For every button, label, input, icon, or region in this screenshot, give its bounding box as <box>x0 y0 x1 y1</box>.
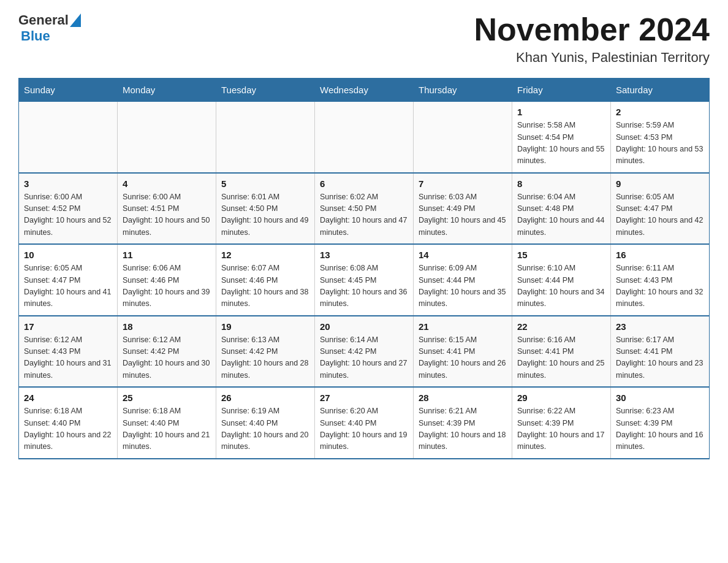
logo-blue: Blue <box>21 28 50 44</box>
logo: General Blue <box>18 12 81 44</box>
day-number: 18 <box>123 321 211 332</box>
calendar-cell: 7Sunrise: 6:03 AM Sunset: 4:49 PM Daylig… <box>414 173 512 245</box>
day-info: Sunrise: 5:59 AM Sunset: 4:53 PM Dayligh… <box>616 120 704 167</box>
day-number: 20 <box>320 321 408 332</box>
calendar-cell: 20Sunrise: 6:14 AM Sunset: 4:42 PM Dayli… <box>315 316 414 388</box>
logo-general: General <box>18 12 69 28</box>
calendar-header-monday: Monday <box>118 79 216 102</box>
calendar-cell: 25Sunrise: 6:18 AM Sunset: 4:40 PM Dayli… <box>118 387 216 459</box>
day-info: Sunrise: 6:01 AM Sunset: 4:50 PM Dayligh… <box>221 191 309 239</box>
calendar-cell: 26Sunrise: 6:19 AM Sunset: 4:40 PM Dayli… <box>216 387 315 459</box>
calendar-cell: 28Sunrise: 6:21 AM Sunset: 4:39 PM Dayli… <box>414 387 512 459</box>
day-info: Sunrise: 6:03 AM Sunset: 4:49 PM Dayligh… <box>419 191 507 239</box>
day-info: Sunrise: 6:21 AM Sunset: 4:39 PM Dayligh… <box>419 405 507 453</box>
calendar-cell: 13Sunrise: 6:08 AM Sunset: 4:45 PM Dayli… <box>315 244 414 316</box>
day-info: Sunrise: 6:14 AM Sunset: 4:42 PM Dayligh… <box>320 334 408 382</box>
calendar-cell: 8Sunrise: 6:04 AM Sunset: 4:48 PM Daylig… <box>512 173 611 245</box>
day-number: 6 <box>320 178 408 189</box>
calendar-cell: 1Sunrise: 5:58 AM Sunset: 4:54 PM Daylig… <box>512 102 611 173</box>
day-info: Sunrise: 6:20 AM Sunset: 4:40 PM Dayligh… <box>320 405 408 453</box>
day-number: 19 <box>221 321 309 332</box>
day-number: 13 <box>320 250 408 260</box>
day-number: 9 <box>616 178 704 189</box>
day-number: 16 <box>616 250 704 260</box>
calendar-cell: 12Sunrise: 6:07 AM Sunset: 4:46 PM Dayli… <box>216 244 315 316</box>
calendar-cell: 24Sunrise: 6:18 AM Sunset: 4:40 PM Dayli… <box>19 387 118 459</box>
calendar-cell <box>118 102 216 173</box>
day-number: 17 <box>24 321 112 332</box>
day-info: Sunrise: 6:13 AM Sunset: 4:42 PM Dayligh… <box>221 334 309 382</box>
calendar-cell: 3Sunrise: 6:00 AM Sunset: 4:52 PM Daylig… <box>19 173 118 245</box>
calendar-header-row: SundayMondayTuesdayWednesdayThursdayFrid… <box>19 79 710 102</box>
calendar-cell <box>216 102 315 173</box>
calendar-cell <box>414 102 512 173</box>
calendar-cell: 11Sunrise: 6:06 AM Sunset: 4:46 PM Dayli… <box>118 244 216 316</box>
day-number: 23 <box>616 321 704 332</box>
day-number: 30 <box>616 393 704 403</box>
day-info: Sunrise: 6:22 AM Sunset: 4:39 PM Dayligh… <box>517 405 605 453</box>
calendar-header-friday: Friday <box>512 79 611 102</box>
day-info: Sunrise: 6:02 AM Sunset: 4:50 PM Dayligh… <box>320 191 408 239</box>
day-number: 25 <box>123 393 211 403</box>
day-number: 12 <box>221 250 309 260</box>
calendar-cell: 2Sunrise: 5:59 AM Sunset: 4:53 PM Daylig… <box>611 102 710 173</box>
day-info: Sunrise: 6:04 AM Sunset: 4:48 PM Dayligh… <box>517 191 605 239</box>
day-info: Sunrise: 6:11 AM Sunset: 4:43 PM Dayligh… <box>616 262 704 310</box>
day-number: 11 <box>123 250 211 260</box>
day-number: 7 <box>419 178 507 189</box>
calendar-week-row: 24Sunrise: 6:18 AM Sunset: 4:40 PM Dayli… <box>19 387 710 459</box>
day-number: 26 <box>221 393 309 403</box>
calendar-cell: 18Sunrise: 6:12 AM Sunset: 4:42 PM Dayli… <box>118 316 216 388</box>
calendar-week-row: 3Sunrise: 6:00 AM Sunset: 4:52 PM Daylig… <box>19 173 710 245</box>
day-number: 3 <box>24 178 112 189</box>
day-info: Sunrise: 6:18 AM Sunset: 4:40 PM Dayligh… <box>24 405 112 453</box>
day-number: 22 <box>517 321 605 332</box>
day-number: 14 <box>419 250 507 260</box>
calendar-cell: 27Sunrise: 6:20 AM Sunset: 4:40 PM Dayli… <box>315 387 414 459</box>
day-number: 4 <box>123 178 211 189</box>
day-number: 24 <box>24 393 112 403</box>
header: General Blue November 2024 Khan Yunis, P… <box>18 12 710 66</box>
day-number: 8 <box>517 178 605 189</box>
day-info: Sunrise: 6:07 AM Sunset: 4:46 PM Dayligh… <box>221 262 309 310</box>
day-info: Sunrise: 6:12 AM Sunset: 4:42 PM Dayligh… <box>123 334 211 382</box>
day-number: 10 <box>24 250 112 260</box>
day-info: Sunrise: 6:06 AM Sunset: 4:46 PM Dayligh… <box>123 262 211 310</box>
day-info: Sunrise: 6:16 AM Sunset: 4:41 PM Dayligh… <box>517 334 605 382</box>
day-info: Sunrise: 6:15 AM Sunset: 4:41 PM Dayligh… <box>419 334 507 382</box>
day-number: 2 <box>616 107 704 117</box>
day-number: 27 <box>320 393 408 403</box>
calendar-cell: 30Sunrise: 6:23 AM Sunset: 4:39 PM Dayli… <box>611 387 710 459</box>
calendar-cell: 21Sunrise: 6:15 AM Sunset: 4:41 PM Dayli… <box>414 316 512 388</box>
day-number: 21 <box>419 321 507 332</box>
day-info: Sunrise: 6:05 AM Sunset: 4:47 PM Dayligh… <box>616 191 704 239</box>
day-info: Sunrise: 6:08 AM Sunset: 4:45 PM Dayligh… <box>320 262 408 310</box>
calendar-header-wednesday: Wednesday <box>315 79 414 102</box>
calendar-week-row: 10Sunrise: 6:05 AM Sunset: 4:47 PM Dayli… <box>19 244 710 316</box>
logo-triangle-icon <box>70 13 81 27</box>
calendar-cell: 17Sunrise: 6:12 AM Sunset: 4:43 PM Dayli… <box>19 316 118 388</box>
day-number: 28 <box>419 393 507 403</box>
svg-marker-0 <box>70 13 81 27</box>
calendar-cell: 5Sunrise: 6:01 AM Sunset: 4:50 PM Daylig… <box>216 173 315 245</box>
calendar-cell: 19Sunrise: 6:13 AM Sunset: 4:42 PM Dayli… <box>216 316 315 388</box>
day-info: Sunrise: 6:23 AM Sunset: 4:39 PM Dayligh… <box>616 405 704 453</box>
calendar-header-saturday: Saturday <box>611 79 710 102</box>
day-info: Sunrise: 6:18 AM Sunset: 4:40 PM Dayligh… <box>123 405 211 453</box>
day-info: Sunrise: 6:12 AM Sunset: 4:43 PM Dayligh… <box>24 334 112 382</box>
day-info: Sunrise: 6:17 AM Sunset: 4:41 PM Dayligh… <box>616 334 704 382</box>
day-info: Sunrise: 6:05 AM Sunset: 4:47 PM Dayligh… <box>24 262 112 310</box>
calendar-cell: 9Sunrise: 6:05 AM Sunset: 4:47 PM Daylig… <box>611 173 710 245</box>
page-title: November 2024 <box>474 12 710 47</box>
calendar-header-thursday: Thursday <box>414 79 512 102</box>
calendar-cell: 15Sunrise: 6:10 AM Sunset: 4:44 PM Dayli… <box>512 244 611 316</box>
day-number: 29 <box>517 393 605 403</box>
day-info: Sunrise: 6:00 AM Sunset: 4:51 PM Dayligh… <box>123 191 211 239</box>
calendar-table: SundayMondayTuesdayWednesdayThursdayFrid… <box>18 78 710 459</box>
calendar-week-row: 1Sunrise: 5:58 AM Sunset: 4:54 PM Daylig… <box>19 102 710 173</box>
calendar-cell: 6Sunrise: 6:02 AM Sunset: 4:50 PM Daylig… <box>315 173 414 245</box>
calendar-cell: 29Sunrise: 6:22 AM Sunset: 4:39 PM Dayli… <box>512 387 611 459</box>
day-info: Sunrise: 6:10 AM Sunset: 4:44 PM Dayligh… <box>517 262 605 310</box>
day-info: Sunrise: 6:19 AM Sunset: 4:40 PM Dayligh… <box>221 405 309 453</box>
calendar-cell: 16Sunrise: 6:11 AM Sunset: 4:43 PM Dayli… <box>611 244 710 316</box>
